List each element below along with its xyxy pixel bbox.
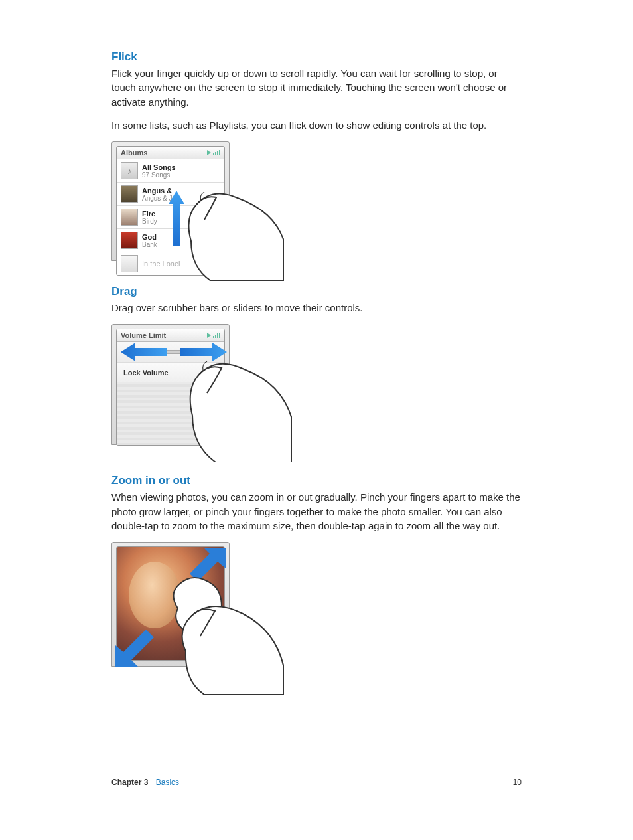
flick-arrow-icon (169, 191, 184, 246)
album-cover-icon (121, 185, 138, 203)
row-title: Fire (142, 210, 157, 218)
flick-paragraph-1: Flick your finger quickly up or down to … (111, 66, 522, 109)
lock-volume-row: Lock Volume (117, 363, 224, 382)
album-cover-icon: ♪ (121, 162, 138, 179)
row-title: God (142, 233, 157, 241)
page-footer: Chapter 3 Basics 10 (111, 778, 522, 787)
footer-chapter-title: Basics (156, 778, 179, 787)
zoom-arrow-down-left-icon (115, 620, 162, 667)
row-subtitle: Birdy (142, 218, 157, 225)
row-subtitle: 97 Songs (142, 171, 176, 179)
albums-title: Albums (121, 149, 147, 157)
play-icon (207, 333, 211, 338)
album-cover-icon (121, 209, 138, 226)
drag-paragraph-1: Drag over scrubber bars or sliders to mo… (111, 301, 522, 315)
list-item: ♪ All Songs 97 Songs (117, 159, 224, 183)
drag-arrows-icon (121, 341, 227, 363)
row-subtitle: Bank (142, 241, 157, 248)
play-icon (207, 150, 211, 155)
svg-marker-4 (190, 548, 226, 582)
volume-limit-title: Volume Limit (121, 331, 166, 339)
row-title: In the Lonel (142, 260, 180, 268)
flick-paragraph-2: In some lists, such as Playlists, you ca… (111, 118, 522, 132)
svg-marker-2 (180, 343, 227, 361)
battery-bars-icon (213, 150, 220, 155)
album-cover-icon (121, 255, 138, 272)
row-title: All Songs (142, 163, 176, 171)
screen-filler (117, 382, 224, 445)
flick-illustration: Albums ♪ All Songs 97 Songs (111, 141, 522, 268)
drag-illustration: Volume Limit Lock Volume (111, 324, 522, 457)
status-icons (207, 150, 220, 155)
battery-bars-icon (213, 333, 220, 338)
section-title-flick: Flick (111, 50, 522, 64)
section-title-zoom: Zoom in or out (111, 474, 522, 487)
footer-page-number: 10 (513, 778, 522, 787)
svg-marker-0 (169, 191, 184, 246)
svg-marker-1 (121, 343, 167, 361)
album-cover-icon (121, 232, 138, 249)
status-icons (207, 333, 220, 338)
svg-marker-3 (115, 630, 154, 667)
zoom-arrow-up-right-icon (186, 548, 226, 588)
zoom-illustration (111, 542, 522, 681)
footer-chapter-label: Chapter 3 (111, 778, 148, 787)
section-title-drag: Drag (111, 285, 522, 298)
list-item: In the Lonel (117, 252, 224, 275)
zoom-paragraph-1: When viewing photos, you can zoom in or … (111, 490, 522, 533)
